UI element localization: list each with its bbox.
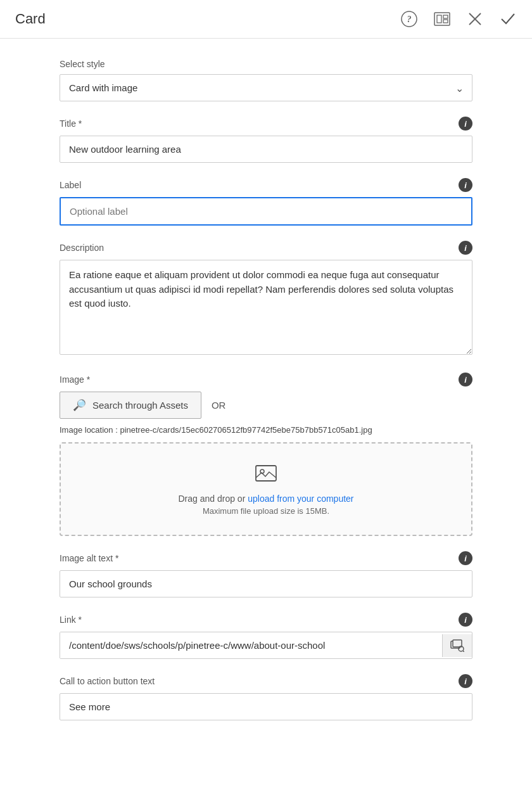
- upload-link[interactable]: upload from your computer: [248, 494, 353, 504]
- drop-zone[interactable]: Drag and drop or upload from your comput…: [60, 442, 472, 536]
- preview-icon[interactable]: [433, 10, 451, 28]
- svg-rect-11: [453, 640, 462, 647]
- form-content: Select style Card with image ⌄ Title * i…: [0, 39, 532, 756]
- select-style-select[interactable]: Card with image: [60, 74, 472, 101]
- image-alt-label-row: Image alt text * i: [60, 551, 472, 565]
- page-title: Card: [15, 11, 400, 27]
- title-group: Title * i: [60, 117, 472, 163]
- image-location-prefix: Image location :: [60, 425, 118, 435]
- title-label: Title *: [60, 118, 82, 129]
- image-info-icon[interactable]: i: [459, 373, 472, 386]
- link-input[interactable]: [60, 632, 442, 658]
- header-actions: ?: [400, 10, 517, 28]
- svg-rect-8: [256, 466, 276, 481]
- label-group: Label i: [60, 178, 472, 226]
- confirm-icon[interactable]: [499, 10, 517, 28]
- link-input-wrapper: [60, 632, 472, 659]
- cta-group: Call to action button text i: [60, 674, 472, 720]
- image-group: Image * i 🔎 Search through Assets OR Ima…: [60, 373, 472, 536]
- link-browse-button[interactable]: [442, 634, 472, 657]
- image-alt-group: Image alt text * i: [60, 551, 472, 597]
- help-icon[interactable]: ?: [400, 10, 418, 28]
- cta-info-icon[interactable]: i: [459, 674, 472, 688]
- drag-drop-text: Drag and drop or: [178, 494, 248, 504]
- svg-rect-3: [437, 15, 441, 23]
- link-info-icon[interactable]: i: [459, 613, 472, 627]
- drop-zone-subtext: Maximum file upload size is 15MB.: [73, 506, 459, 516]
- description-label-row: Description i: [60, 241, 472, 255]
- select-style-wrapper: Card with image ⌄: [60, 74, 472, 101]
- image-alt-input[interactable]: [60, 570, 472, 597]
- header: Card ?: [0, 0, 532, 39]
- label-label: Label: [60, 180, 81, 190]
- or-separator: OR: [212, 400, 226, 411]
- cta-input[interactable]: [60, 693, 472, 720]
- title-label-row: Title * i: [60, 117, 472, 131]
- cta-label-row: Call to action button text i: [60, 674, 472, 688]
- select-style-label: Select style: [60, 59, 105, 69]
- svg-rect-4: [443, 15, 448, 18]
- image-location: Image location : pinetree-c/cards/15ec60…: [60, 425, 472, 435]
- svg-rect-5: [443, 20, 448, 23]
- description-info-icon[interactable]: i: [459, 241, 472, 255]
- image-label: Image *: [60, 374, 90, 385]
- link-label-row: Link * i: [60, 613, 472, 627]
- select-style-group: Select style Card with image ⌄: [60, 59, 472, 101]
- label-label-row: Label i: [60, 178, 472, 192]
- svg-line-13: [463, 651, 464, 652]
- link-label: Link *: [60, 615, 82, 625]
- select-style-label-row: Select style: [60, 59, 472, 69]
- image-alt-info-icon[interactable]: i: [459, 551, 472, 565]
- image-location-path: pinetree-c/cards/15ec602706512fb97742f5e…: [120, 425, 372, 435]
- description-textarea[interactable]: Ea ratione eaque et aliquam provident ut…: [60, 260, 472, 355]
- title-input[interactable]: [60, 136, 472, 163]
- search-assets-label: Search through Assets: [92, 400, 188, 411]
- search-assets-button[interactable]: 🔎 Search through Assets: [60, 392, 201, 419]
- cta-label: Call to action button text: [60, 676, 155, 686]
- svg-text:?: ?: [407, 15, 412, 24]
- image-row: 🔎 Search through Assets OR: [60, 392, 472, 419]
- label-info-icon[interactable]: i: [459, 178, 472, 192]
- link-group: Link * i: [60, 613, 472, 659]
- label-input[interactable]: [60, 197, 472, 226]
- binoculars-icon: 🔎: [73, 399, 86, 412]
- close-icon[interactable]: [466, 10, 484, 28]
- title-info-icon[interactable]: i: [459, 117, 472, 131]
- image-upload-icon: [73, 463, 459, 486]
- description-group: Description i Ea ratione eaque et aliqua…: [60, 241, 472, 357]
- description-label: Description: [60, 243, 104, 253]
- image-alt-label: Image alt text *: [60, 553, 118, 563]
- drop-zone-text: Drag and drop or upload from your comput…: [73, 494, 459, 504]
- image-label-row: Image * i: [60, 373, 472, 386]
